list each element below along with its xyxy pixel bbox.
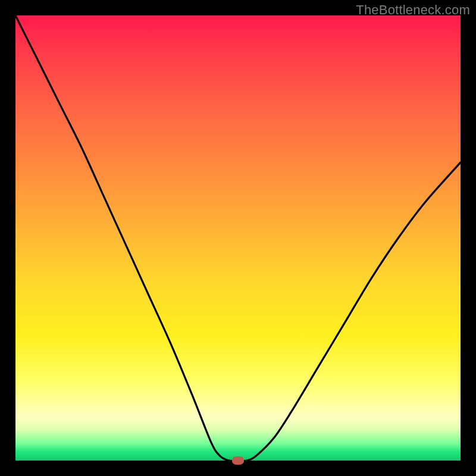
chart-frame: TheBottleneck.com	[0, 0, 476, 476]
optimum-marker	[232, 456, 244, 465]
bottleneck-curve	[15, 15, 461, 461]
plot-area	[15, 15, 461, 461]
